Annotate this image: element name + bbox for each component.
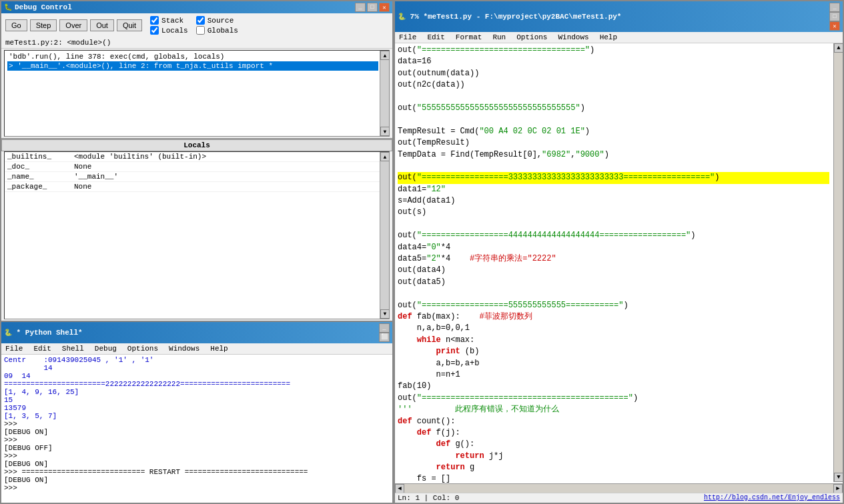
quit-button[interactable]: Quit: [117, 19, 142, 31]
code-line-10: TempData = Find(TempResult[0],"6982","90…: [398, 149, 829, 161]
trace-scroll-up[interactable]: ▲: [380, 51, 390, 60]
trace-scroll-down[interactable]: ▼: [380, 127, 390, 136]
debug-title-label: Debug Control: [15, 3, 72, 11]
editor-menu-windows[interactable]: Windows: [556, 33, 590, 42]
code-line-32: ''' 此程序有错误，不知道为什么: [398, 404, 829, 415]
shell-menu-file[interactable]: File: [4, 344, 24, 353]
locals-panel: Locals _builtins_ <module 'builtins' (bu…: [1, 139, 392, 321]
debug-checkboxes2: Source Globals: [196, 16, 238, 35]
editor-menu-options[interactable]: Options: [515, 33, 548, 42]
code-line-9: out(TempResult): [398, 137, 829, 149]
shell-restore-btn[interactable]: ⬜: [379, 333, 390, 342]
shell-menubar: File Edit Shell Debug Options Windows He…: [1, 343, 392, 355]
debug-maximize-btn[interactable]: □: [367, 3, 378, 12]
shell-line-10: >>>: [4, 436, 390, 444]
editor-menubar: File Edit Format Run Options Windows Hel…: [395, 32, 843, 43]
locals-table: _builtins_ <module 'builtins' (built-in)…: [4, 151, 390, 319]
shell-menu-shell[interactable]: Shell: [61, 344, 85, 353]
shell-line-14: >>> ============================ RESTART…: [4, 468, 390, 476]
shell-menu-edit[interactable]: Edit: [32, 344, 52, 353]
stack-checkbox[interactable]: [150, 16, 159, 25]
trace-line-1: 'bdb'.run(), line 378: exec(cmd, globals…: [7, 52, 378, 61]
shell-line-1: 14: [4, 364, 390, 372]
code-line-22: [398, 288, 829, 299]
code-line-37: return g: [398, 462, 829, 473]
locals-row-name: _name_ '__main__': [5, 172, 389, 182]
step-button[interactable]: Step: [30, 19, 57, 31]
shell-minimize-btn[interactable]: _: [379, 323, 390, 333]
code-lines-container: out("=================================="…: [398, 45, 840, 483]
locals-col2-builtins: <module 'builtins' (built-in)>: [74, 153, 386, 161]
editor-titlebar: 🐍 7% *meTest1.py - F:\myproject\py2BAC\m…: [395, 1, 843, 32]
locals-col2-doc: None: [74, 163, 386, 171]
editor-win-controls: _ □ ✕: [829, 3, 840, 31]
locals-checkbox[interactable]: [150, 26, 159, 35]
debug-minimize-btn[interactable]: _: [355, 3, 366, 12]
locals-scroll-down[interactable]: ▼: [380, 309, 390, 319]
code-line-33: def count():: [398, 416, 829, 427]
editor-menu-run[interactable]: Run: [491, 33, 507, 42]
editor-minimize-btn[interactable]: _: [829, 3, 840, 12]
editor-scrollbar-horizontal[interactable]: ◀ ▶: [395, 483, 843, 493]
out-button[interactable]: Out: [90, 19, 114, 31]
locals-col2-package: None: [74, 183, 386, 191]
trace-line-2-selected[interactable]: > '__main__'.<module>(), line 2: from t_…: [7, 61, 378, 71]
debug-control-panel: 🐛 Debug Control _ □ ✕ Go Step Over Out Q…: [0, 0, 394, 504]
code-line-4: out(n2c(data)): [398, 79, 829, 91]
shell-line-16: >>>: [4, 484, 390, 492]
locals-row-builtins: _builtins_ <module 'builtins' (built-in)…: [5, 152, 389, 162]
code-line-20: out(data4): [398, 265, 829, 276]
locals-row-doc: _doc_ None: [5, 162, 389, 172]
go-button[interactable]: Go: [5, 19, 27, 31]
code-line-18: data4="0"*4: [398, 242, 829, 253]
editor-scrollbar-vertical[interactable]: ▲ ▼: [833, 43, 843, 482]
code-line-19: data5="2"*4 #字符串的乘法="2222": [398, 253, 829, 265]
code-line-28: a,b=b,a+b: [398, 358, 829, 369]
globals-checkbox[interactable]: [196, 26, 205, 35]
stack-label: Stack: [161, 17, 183, 25]
source-checkbox[interactable]: [196, 16, 205, 25]
code-line-38: fs = []: [398, 473, 829, 483]
hscroll-track: [404, 485, 833, 493]
vscroll-down-btn[interactable]: ▼: [834, 473, 843, 482]
hscroll-left-btn[interactable]: ◀: [395, 484, 404, 493]
editor-wrapper: ▲ ▼ out("===============================…: [395, 43, 843, 493]
over-button[interactable]: Over: [59, 19, 87, 31]
shell-menu-help[interactable]: Help: [209, 344, 229, 353]
debug-titlebar: 🐛 Debug Control _ □ ✕: [1, 1, 392, 13]
locals-scroll-up[interactable]: ▲: [380, 152, 390, 161]
trace-scrollbar[interactable]: ▲ ▼: [380, 51, 389, 136]
code-line-25: n,a,b=0,0,1: [398, 323, 829, 334]
locals-col2-name: '__main__': [74, 173, 386, 181]
shell-menu-windows[interactable]: Windows: [167, 344, 201, 353]
code-line-1: out("=================================="…: [398, 45, 829, 56]
editor-maximize-btn[interactable]: □: [829, 12, 840, 21]
shell-menu-debug[interactable]: Debug: [93, 344, 118, 353]
shell-line-12: >>>: [4, 452, 390, 460]
debug-close-btn[interactable]: ✕: [379, 3, 390, 12]
code-line-8: TempResult = Cmd("00 A4 02 0C 02 01 1E"): [398, 126, 829, 137]
bug-icon: 🐛: [4, 3, 12, 11]
code-line-31: out("===================================…: [398, 393, 829, 404]
trace-content: 'bdb'.run(), line 378: exec(cmd, globals…: [5, 51, 389, 72]
editor-close-btn[interactable]: ✕: [829, 21, 840, 31]
hscroll-right-btn[interactable]: ▶: [833, 484, 843, 493]
editor-menu-file[interactable]: File: [398, 33, 418, 42]
code-line-12-highlighted: out("==================33333333333333333…: [398, 172, 829, 183]
code-line-24: def fab(max): #菲波那切数列: [398, 311, 829, 323]
code-line-7: [398, 114, 829, 125]
vscroll-up-btn[interactable]: ▲: [834, 43, 843, 53]
code-line-16: [398, 219, 829, 230]
editor-menu-help[interactable]: Help: [598, 33, 618, 42]
editor-content[interactable]: ▲ ▼ out("===============================…: [395, 43, 843, 483]
shell-menu-options[interactable]: Options: [126, 344, 159, 353]
editor-link[interactable]: http://blog.csdn.net/Enjoy_endless: [704, 494, 840, 502]
locals-col1-package: _package_: [7, 183, 74, 191]
editor-menu-edit[interactable]: Edit: [426, 33, 446, 42]
shell-panel: 🐍 * Python Shell* _ ⬜ File Edit Shell De…: [1, 321, 392, 503]
locals-scrollbar[interactable]: ▲ ▼: [380, 152, 389, 319]
editor-title-text: 🐍 7% *meTest1.py - F:\myproject\py2BAC\m…: [398, 13, 621, 21]
debug-control-window: 🐛 Debug Control _ □ ✕ Go Step Over Out Q…: [1, 1, 392, 139]
editor-menu-format[interactable]: Format: [454, 33, 484, 42]
code-line-6: out("55555555555555555555555555555555"): [398, 103, 829, 114]
